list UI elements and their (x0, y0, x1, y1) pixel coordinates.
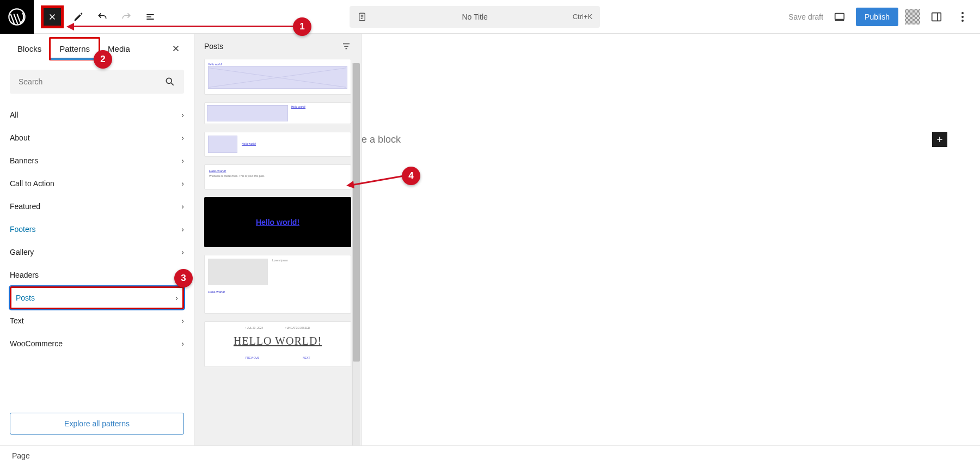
chevron-right-icon: › (175, 293, 178, 302)
document-icon (357, 12, 367, 22)
add-block-button[interactable] (932, 132, 947, 147)
category-label: All (10, 111, 19, 119)
options-button[interactable] (953, 7, 972, 27)
category-footers[interactable]: Footers› (10, 218, 184, 241)
inserter-tabs: Blocks Patterns Media (0, 34, 194, 63)
block-placeholder-text: e a block (362, 134, 401, 145)
body: Blocks Patterns Media All› About› Banner… (0, 34, 980, 445)
category-label: Headers (10, 271, 39, 279)
sidebar-icon (930, 11, 942, 23)
patterns-preview-panel: Posts Hello world! Hello world! Hello wo… (194, 34, 362, 445)
category-label: WooCommerce (10, 339, 63, 348)
redo-icon (121, 11, 132, 22)
editor-canvas[interactable]: e a block (362, 34, 980, 445)
category-featured[interactable]: Featured› (10, 195, 184, 218)
chevron-right-icon: › (181, 316, 184, 325)
category-text[interactable]: Text› (10, 309, 184, 332)
search-wrap (0, 63, 194, 100)
category-label: Footers (10, 225, 35, 234)
filter-icon (341, 41, 351, 51)
chevron-right-icon: › (181, 339, 184, 348)
svg-rect-2 (835, 13, 844, 19)
category-gallery[interactable]: Gallery› (10, 241, 184, 264)
list-icon (145, 11, 156, 22)
pattern-title-text: Hello world! (209, 169, 346, 173)
category-posts[interactable]: Posts› (10, 286, 184, 309)
scrollbar-thumb[interactable] (353, 63, 360, 362)
tab-blocks[interactable]: Blocks (10, 36, 49, 61)
right-tool-group: Save draft Publish (788, 7, 980, 27)
scrollbar[interactable] (352, 63, 360, 445)
pattern-title-text: HELLO WORLD! (234, 335, 322, 347)
pattern-title-text: Hello world! (291, 105, 348, 108)
category-label: Posts (16, 293, 35, 302)
category-headers[interactable]: Headers› (10, 264, 184, 286)
chevron-right-icon: › (181, 179, 184, 188)
save-draft-button[interactable]: Save draft (788, 13, 823, 21)
close-inserter-button[interactable] (168, 44, 184, 53)
category-call-to-action[interactable]: Call to Action› (10, 172, 184, 195)
chevron-right-icon: › (181, 248, 184, 256)
edit-tool-button[interactable] (68, 6, 89, 28)
patterns-list[interactable]: Hello world! Hello world! Hello world! H… (194, 59, 361, 445)
pattern-item[interactable]: Lorem ipsum Hello world! (204, 255, 351, 314)
pattern-item[interactable]: Hello world! (204, 197, 351, 247)
pattern-item[interactable]: Hello world! Welcome to WordPress. This … (204, 164, 351, 189)
category-label: Text (10, 316, 24, 325)
desktop-icon (834, 11, 846, 23)
category-label: Featured (10, 202, 40, 211)
chevron-right-icon: › (181, 133, 184, 142)
wordpress-logo[interactable] (0, 0, 34, 34)
breadcrumb-item[interactable]: Page (12, 451, 30, 460)
pattern-title-text: Hello world! (208, 290, 347, 293)
kebab-icon (961, 12, 964, 22)
plus-icon (935, 135, 944, 144)
block-appender[interactable]: e a block (362, 132, 980, 147)
category-label: Gallery (10, 248, 34, 256)
pattern-item[interactable]: Hello world! (204, 132, 351, 157)
jetpack-icon[interactable] (905, 9, 920, 25)
close-icon (171, 44, 181, 53)
tab-media[interactable]: Media (100, 36, 138, 61)
patterns-panel-title: Posts (204, 42, 223, 51)
svg-rect-3 (932, 13, 941, 21)
document-overview-button[interactable] (139, 6, 161, 28)
chevron-right-icon: › (181, 156, 184, 165)
redo-button[interactable] (115, 6, 137, 28)
chevron-right-icon: › (181, 202, 184, 211)
shortcut-hint: Ctrl+K (573, 13, 592, 21)
pattern-item[interactable]: Hello world! (204, 59, 351, 95)
category-about[interactable]: About› (10, 126, 184, 149)
undo-button[interactable] (91, 6, 113, 28)
editor-tools (68, 6, 161, 28)
category-label: About (10, 133, 30, 142)
category-label: Call to Action (10, 179, 54, 188)
settings-sidebar-button[interactable] (927, 7, 946, 27)
document-title-bar[interactable]: No Title Ctrl+K (350, 6, 600, 28)
top-toolbar: No Title Ctrl+K Save draft Publish (0, 0, 980, 34)
pattern-item[interactable]: Hello world! (204, 102, 351, 124)
category-woocommerce[interactable]: WooCommerce› (10, 332, 184, 355)
category-all[interactable]: All› (10, 103, 184, 126)
search-input[interactable] (10, 70, 184, 94)
pattern-item[interactable]: • JUL 20, 2024• UNCATEGORIZED HELLO WORL… (204, 321, 351, 367)
category-banners[interactable]: Banners› (10, 149, 184, 172)
pencil-icon (73, 11, 84, 22)
explore-all-patterns-button[interactable]: Explore all patterns (10, 413, 184, 435)
inserter-panel: Blocks Patterns Media All› About› Banner… (0, 34, 194, 445)
pattern-title-text: Hello world! (242, 142, 256, 145)
patterns-panel-header: Posts (194, 34, 361, 59)
title-bar-wrap: No Title Ctrl+K (161, 6, 788, 28)
filter-button[interactable] (341, 41, 351, 51)
chevron-right-icon: › (181, 271, 184, 279)
chevron-right-icon: › (181, 225, 184, 234)
category-list: All› About› Banners› Call to Action› Fea… (0, 100, 194, 404)
tab-patterns[interactable]: Patterns (49, 37, 100, 60)
preview-button[interactable] (830, 7, 849, 27)
publish-button[interactable]: Publish (856, 8, 898, 26)
pattern-title-text: Hello world! (256, 218, 299, 227)
document-title: No Title (462, 13, 487, 21)
close-icon (47, 12, 57, 22)
chevron-right-icon: › (181, 111, 184, 119)
toggle-inserter-button[interactable] (41, 6, 63, 28)
